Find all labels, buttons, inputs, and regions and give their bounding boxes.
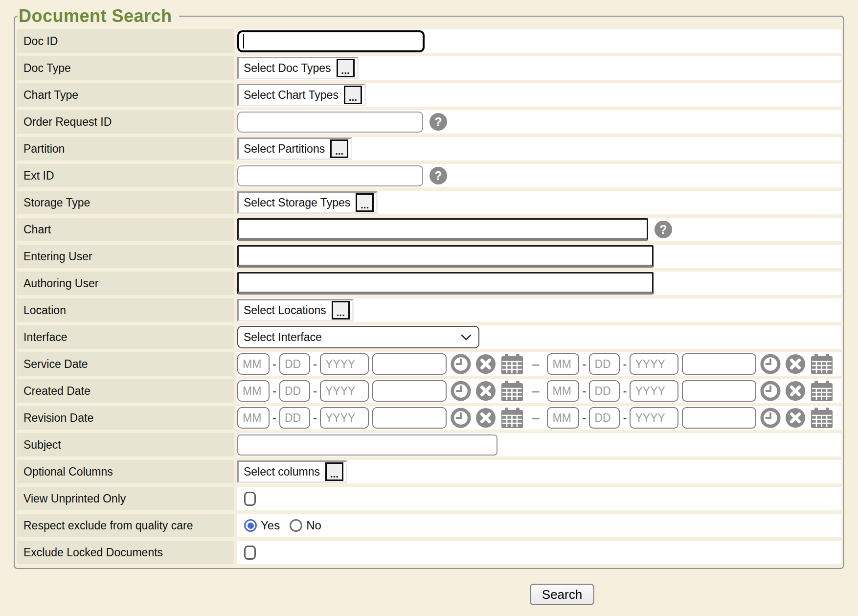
doc-type-label: Doc Type: [17, 56, 234, 80]
calendar-icon[interactable]: [810, 353, 834, 375]
date-range-separator: –: [532, 411, 539, 426]
radio-no[interactable]: [290, 519, 302, 532]
revision-start-month-input[interactable]: [237, 407, 270, 429]
service-start-year-input[interactable]: [320, 353, 369, 375]
view-unprinted-only-checkbox[interactable]: [244, 492, 256, 506]
row-ext-id: Ext ID ?: [17, 164, 841, 187]
calendar-icon[interactable]: [810, 407, 834, 429]
optional-columns-ellipsis-button[interactable]: ...: [325, 462, 343, 481]
clock-icon[interactable]: [450, 353, 472, 375]
help-icon[interactable]: ?: [429, 167, 447, 184]
row-partition: Partition Select Partitions ...: [17, 137, 841, 160]
service-end-year-input[interactable]: [630, 353, 678, 375]
location-picker[interactable]: Select Locations ...: [237, 299, 354, 321]
created-end-day-input[interactable]: [589, 380, 620, 402]
partition-picker[interactable]: Select Partitions ...: [237, 137, 352, 160]
authoring-user-input[interactable]: [237, 272, 654, 295]
search-button[interactable]: Search: [530, 584, 594, 605]
location-ellipsis-button[interactable]: ...: [332, 301, 350, 319]
form-rows: Doc ID Doc Type Select Doc Types ... Cha…: [17, 29, 841, 564]
row-exclude-locked: Exclude Locked Documents: [17, 541, 841, 564]
revision-end-month-input[interactable]: [547, 407, 579, 429]
created-end-time-input[interactable]: [682, 380, 756, 402]
calendar-icon[interactable]: [500, 407, 524, 429]
radio-no-label[interactable]: No: [306, 519, 321, 532]
revision-end-time-input[interactable]: [682, 407, 756, 429]
revision-end-year-input[interactable]: [630, 407, 678, 429]
storage-type-label: Storage Type: [17, 191, 234, 214]
doc-type-ellipsis-button[interactable]: ...: [337, 59, 355, 77]
clear-icon[interactable]: [475, 380, 497, 402]
document-search-panel: Document Search Doc ID Doc Type Select D…: [14, 6, 844, 569]
created-start-year-input[interactable]: [320, 380, 369, 402]
text-cursor: [243, 34, 244, 48]
clear-icon[interactable]: [785, 407, 806, 429]
clear-icon[interactable]: [785, 380, 806, 402]
service-start-time-input[interactable]: [372, 353, 447, 375]
clear-icon[interactable]: [475, 407, 497, 429]
storage-type-picker[interactable]: Select Storage Types ...: [237, 191, 378, 214]
clock-icon[interactable]: [450, 407, 472, 429]
date-separator: -: [582, 411, 586, 425]
chart-type-ellipsis-button[interactable]: ...: [344, 86, 362, 104]
revision-end-day-input[interactable]: [589, 407, 620, 429]
service-end-time-input[interactable]: [682, 353, 756, 375]
service-start-day-input[interactable]: [279, 353, 310, 375]
revision-start-day-input[interactable]: [279, 407, 310, 429]
order-request-id-input[interactable]: [237, 112, 423, 133]
exclude-locked-checkbox[interactable]: [244, 546, 256, 560]
clear-icon[interactable]: [785, 353, 806, 375]
date-separator: -: [313, 357, 317, 371]
calendar-icon[interactable]: [810, 380, 834, 402]
radio-yes[interactable]: [244, 519, 257, 532]
help-icon[interactable]: ?: [429, 113, 447, 131]
service-start-month-input[interactable]: [237, 353, 270, 375]
clock-icon[interactable]: [760, 380, 781, 402]
calendar-icon[interactable]: [500, 353, 524, 375]
partition-ellipsis-button[interactable]: ...: [330, 139, 348, 158]
optional-columns-picker[interactable]: Select columns ...: [237, 460, 347, 483]
entering-user-input[interactable]: [237, 245, 654, 268]
clock-icon[interactable]: [450, 380, 472, 402]
doc-type-picker-text: Select Doc Types: [244, 62, 331, 75]
subject-input[interactable]: [237, 434, 497, 456]
row-chart-type: Chart Type Select Chart Types ...: [17, 83, 841, 107]
storage-type-ellipsis-button[interactable]: ...: [356, 193, 374, 212]
chart-type-picker-text: Select Chart Types: [244, 89, 339, 102]
date-separator: -: [582, 384, 586, 398]
chart-input[interactable]: [237, 218, 648, 241]
created-start-time-input[interactable]: [372, 380, 447, 402]
revision-start-time-input[interactable]: [372, 407, 447, 429]
created-start-month-input[interactable]: [237, 380, 270, 402]
respect-exclude-label: Respect exclude from quality care: [17, 514, 234, 537]
created-end-month-input[interactable]: [547, 380, 579, 402]
help-icon[interactable]: ?: [655, 221, 672, 238]
created-date-label: Created Date: [17, 379, 234, 403]
revision-start-year-input[interactable]: [320, 407, 369, 429]
row-doc-id: Doc ID: [17, 29, 841, 53]
row-location: Location Select Locations ...: [17, 298, 841, 322]
doc-id-input[interactable]: [237, 30, 425, 52]
date-separator: -: [623, 357, 627, 371]
entering-user-label: Entering User: [17, 245, 234, 268]
created-start-day-input[interactable]: [279, 380, 310, 402]
date-separator: -: [582, 357, 586, 371]
doc-type-picker[interactable]: Select Doc Types ...: [237, 57, 359, 79]
radio-yes-label[interactable]: Yes: [261, 519, 280, 532]
partition-picker-text: Select Partitions: [244, 142, 325, 156]
authoring-user-label: Authoring User: [17, 272, 234, 295]
interface-selected-value: Select Interface: [244, 331, 322, 344]
chart-type-picker[interactable]: Select Chart Types ...: [237, 84, 366, 106]
optional-columns-label: Optional Columns: [17, 460, 234, 483]
clock-icon[interactable]: [760, 407, 781, 429]
interface-select[interactable]: Select Interface: [237, 326, 479, 348]
clock-icon[interactable]: [760, 353, 781, 375]
service-end-day-input[interactable]: [589, 353, 620, 375]
calendar-icon[interactable]: [500, 380, 524, 402]
service-end-month-input[interactable]: [547, 353, 579, 375]
clear-icon[interactable]: [475, 353, 497, 375]
created-end-year-input[interactable]: [630, 380, 678, 402]
revision-date-label: Revision Date: [17, 406, 234, 430]
ext-id-input[interactable]: [237, 165, 423, 186]
order-request-id-label: Order Request ID: [17, 110, 234, 134]
